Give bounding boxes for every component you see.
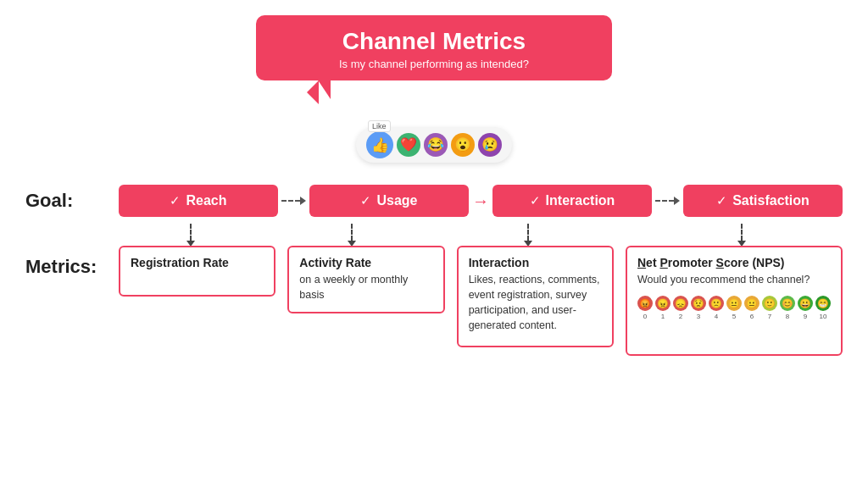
reach-to-usage-arrow <box>278 197 309 205</box>
nps-dot-10: 😁 <box>815 296 831 311</box>
nps-dot-7: 🙂 <box>762 296 777 311</box>
title-bubble: Channel Metrics Is my channel performing… <box>256 15 612 80</box>
nps-label-1: 1 <box>655 313 670 320</box>
nps-label-8: 8 <box>780 313 795 320</box>
emoji-reaction-row: Like 👍 ❤️ 😂 😮 😢 <box>356 127 512 163</box>
nps-dot-2: 😞 <box>673 296 688 311</box>
nps-label-10: 10 <box>815 313 831 320</box>
metric-interaction: Interaction Likes, reactions, comments, … <box>457 246 614 347</box>
activity-rate-title: Activity Rate <box>299 256 432 269</box>
metric-registration-rate: Registration Rate <box>119 246 275 297</box>
nps-p: P <box>659 256 667 269</box>
nps-title: Net Promoter Score (NPS) <box>637 256 831 269</box>
metric-activity-rate: Activity Rate on a weekly or monthly bas… <box>287 246 444 313</box>
usage-down-arrow <box>348 224 356 247</box>
nps-dot-4: 🙁 <box>709 296 724 311</box>
main-title: Channel Metrics <box>297 27 571 56</box>
metrics-row: Metrics: Registration Rate Activity Rate… <box>25 246 843 356</box>
interaction-to-satisfaction-arrow <box>652 197 683 205</box>
goal-satisfaction: ✓ Satisfaction <box>683 185 843 217</box>
nps-dot-5: 😐 <box>726 296 742 311</box>
main-container: Channel Metrics Is my channel performing… <box>0 0 868 488</box>
nps-dot-3: 😟 <box>691 296 706 311</box>
nps-score-labels: 012345678910 <box>637 313 831 320</box>
usage-to-interaction-arrow: → <box>469 191 492 211</box>
activity-rate-body: on a weekly or monthly basis <box>299 272 432 302</box>
nps-body: Would you recommend the channel? <box>637 272 831 287</box>
wow-emoji: 😮 <box>451 133 475 157</box>
haha-emoji: 😂 <box>424 133 448 157</box>
nps-dot-6: 😐 <box>744 296 760 311</box>
satisfaction-down-arrow <box>737 224 746 247</box>
nps-label-7: 7 <box>762 313 777 320</box>
metric-nps: Net Promoter Score (NPS) Would you recom… <box>626 246 843 356</box>
goal-row: Goal: ✓ Reach ✓ Usage → ✓ Interaction <box>25 185 843 217</box>
heart-emoji: ❤️ <box>397 133 420 157</box>
nps-dot-8: 😊 <box>780 296 795 311</box>
registration-rate-title: Registration Rate <box>131 256 264 269</box>
nps-label-5: 5 <box>726 313 742 320</box>
nps-s: S <box>716 256 724 269</box>
nps-label-4: 4 <box>709 313 724 320</box>
goal-reach: ✓ Reach <box>119 185 278 217</box>
nps-score-dots: 😡😠😞😟🙁😐😐🙂😊😀😁 <box>637 296 831 311</box>
nps-label-0: 0 <box>637 313 653 320</box>
reach-down-arrow <box>186 224 195 247</box>
nps-dot-9: 😀 <box>798 296 813 311</box>
interaction-down-arrow <box>524 224 532 247</box>
like-emoji: 👍 <box>366 131 393 158</box>
goal-interaction: ✓ Interaction <box>492 185 652 217</box>
goal-usage: ✓ Usage <box>309 185 469 217</box>
nps-label-6: 6 <box>744 313 760 320</box>
metrics-label: Metrics: <box>25 246 119 278</box>
nps-dot-0: 😡 <box>637 296 653 311</box>
nps-n: N <box>637 256 646 269</box>
nps-label-2: 2 <box>673 313 688 320</box>
sad-emoji: 😢 <box>478 133 502 157</box>
sub-title: Is my channel performing as intended? <box>297 58 571 70</box>
interaction-title: Interaction <box>469 256 602 269</box>
interaction-body: Likes, reactions, comments, event regist… <box>469 272 602 334</box>
nps-dot-1: 😠 <box>655 296 670 311</box>
nps-label-3: 3 <box>691 313 706 320</box>
nps-label-9: 9 <box>798 313 813 320</box>
goal-label: Goal: <box>25 190 119 212</box>
